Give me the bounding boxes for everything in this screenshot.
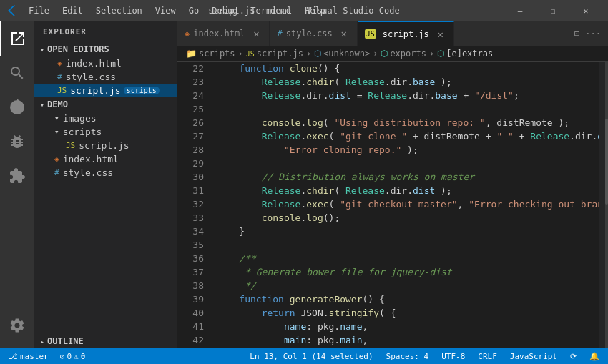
breadcrumb-extras-label: [e]extras	[446, 49, 493, 59]
scrollbar[interactable]	[599, 62, 608, 348]
breadcrumb-sep-1: ›	[238, 49, 243, 59]
code-line: name: pkg.name,	[217, 320, 599, 333]
breadcrumb-unknown[interactable]: ⬡ <unknown>	[314, 49, 370, 59]
demo-script-js-label: script.js	[79, 140, 129, 151]
code-line: "Error cloning repo." );	[217, 143, 599, 157]
js-file-icon: JS	[57, 86, 67, 95]
demo-script-js[interactable]: JS script.js	[34, 139, 177, 152]
folder-bc-icon: 📁	[186, 49, 197, 59]
folder-icon: ▾	[54, 114, 59, 123]
breadcrumb-exports[interactable]: ⬡ exports	[381, 49, 426, 59]
sidebar: EXPLORER ▾ OPEN EDITORS ◈ index.html # s…	[34, 21, 177, 348]
menu-view[interactable]: View	[149, 4, 182, 17]
editor-area: 2223242526272829303132333435363738394041…	[177, 62, 608, 348]
css-file-icon: #	[57, 72, 62, 82]
close-button[interactable]: ✕	[569, 0, 602, 21]
menu-file[interactable]: File	[23, 4, 55, 17]
eol-item[interactable]: CRLF	[475, 352, 500, 361]
open-editor-style-css[interactable]: # style.css	[34, 70, 177, 84]
language-item[interactable]: JavaScript	[507, 352, 560, 361]
window-title: script.js - demo - Visual Studio Code	[208, 6, 399, 16]
git-branch-item[interactable]: ⎇ master	[6, 352, 52, 361]
tab-style-css-label: style.css	[286, 29, 333, 39]
code-line: return JSON.stringify( {	[217, 306, 599, 320]
tab-html-icon: ◈	[185, 29, 190, 39]
code-line: // Distribution always works on master	[217, 170, 599, 184]
code-line	[217, 102, 599, 116]
more-actions-button[interactable]: ···	[584, 27, 602, 40]
position-item[interactable]: Ln 13, Col 1 (14 selected)	[247, 352, 376, 361]
chevron-demo-icon: ▾	[40, 101, 44, 109]
tab-css-close[interactable]: ✕	[338, 28, 350, 39]
breadcrumb-extras[interactable]: ⬡ [e]extras	[437, 49, 493, 59]
breadcrumb-sep-3: ›	[373, 49, 378, 59]
error-count: 0	[67, 352, 72, 361]
js-bc-icon: JS	[246, 50, 255, 58]
app-icon	[6, 5, 17, 16]
git-branch-label: master	[20, 352, 49, 361]
split-editor-button[interactable]: ⊡	[573, 27, 581, 40]
open-editor-script-js[interactable]: JS script.js scripts	[34, 84, 177, 97]
tab-bar: ◈ index.html ✕ # style.css ✕ JS script.j…	[177, 21, 608, 46]
breadcrumb-exports-label: exports	[390, 49, 426, 59]
spaces-item[interactable]: Spaces: 4	[383, 352, 432, 361]
breadcrumb-sep-4: ›	[429, 49, 434, 59]
sidebar-title: EXPLORER	[34, 21, 177, 42]
open-editors-header[interactable]: ▾ OPEN EDITORS	[34, 42, 177, 56]
encoding-item[interactable]: UTF-8	[438, 352, 468, 361]
activity-source-control[interactable]	[0, 90, 34, 124]
code-line: Release.chdir( Release.dir.dist );	[217, 184, 599, 197]
code-line: }	[217, 225, 599, 238]
demo-style-css-label: style.css	[63, 167, 113, 178]
demo-scripts-folder[interactable]: ▾ scripts	[34, 125, 177, 139]
breadcrumb-scripts[interactable]: 📁 scripts	[186, 49, 235, 59]
code-editor[interactable]: function clone() { Release.chdir( Releas…	[210, 62, 599, 348]
menu-selection[interactable]: Selection	[90, 4, 148, 17]
breadcrumb-scriptjs-label: script.js	[257, 49, 303, 59]
menu-edit[interactable]: Edit	[57, 4, 89, 17]
warning-count: 0	[81, 352, 86, 361]
open-editor-index-html[interactable]: ◈ index.html	[34, 56, 177, 70]
code-line: function generateBower() {	[217, 292, 599, 306]
code-line	[217, 157, 599, 170]
demo-index-html-label: index.html	[63, 154, 119, 164]
html-file-icon: ◈	[57, 59, 62, 68]
errors-item[interactable]: ⊘ 0 ⚠ 0	[57, 352, 89, 361]
open-editor-style-css-label: style.css	[66, 72, 116, 82]
breadcrumb-scriptjs[interactable]: JS script.js	[246, 49, 303, 59]
menu-go[interactable]: Go	[183, 4, 205, 17]
css-demo-icon: #	[54, 168, 59, 177]
code-line: Release.exec( "git checkout master", "Er…	[217, 197, 599, 211]
maximize-button[interactable]: ☐	[536, 0, 569, 21]
code-line: Release.chdir( Release.dir.base );	[217, 75, 599, 89]
tab-html-close[interactable]: ✕	[250, 28, 262, 39]
activity-explorer[interactable]	[0, 21, 34, 56]
notification-item[interactable]: 🔔	[587, 352, 602, 361]
tab-js-icon: JS	[365, 29, 376, 39]
scripts-badge: scripts	[124, 87, 160, 94]
tab-index-html[interactable]: ◈ index.html ✕	[177, 21, 270, 46]
extras-bc-icon: ⬡	[437, 49, 444, 59]
exports-bc-icon: ⬡	[381, 49, 388, 59]
breadcrumb: 📁 scripts › JS script.js › ⬡ <unknown> ›…	[177, 46, 608, 62]
demo-style-css[interactable]: # style.css	[34, 166, 177, 179]
open-editor-index-html-label: index.html	[66, 58, 122, 69]
outline-header[interactable]: ▸ OUTLINE	[34, 334, 177, 348]
activity-settings[interactable]	[0, 308, 34, 343]
tab-style-css[interactable]: # style.css ✕	[270, 21, 357, 46]
tab-script-js[interactable]: JS script.js ✕	[358, 21, 454, 46]
status-bar: ⎇ master ⊘ 0 ⚠ 0 Ln 13, Col 1 (14 select…	[0, 348, 608, 364]
code-line: Release.exec( "git clone " + distRemote …	[217, 129, 599, 143]
activity-debug[interactable]	[0, 124, 34, 159]
chevron-icon: ▾	[40, 46, 44, 54]
tab-js-close[interactable]: ✕	[435, 29, 446, 40]
minimize-button[interactable]: —	[504, 0, 536, 21]
chevron-outline-icon: ▸	[40, 338, 44, 345]
demo-images-folder[interactable]: ▾ images	[34, 112, 177, 125]
demo-header[interactable]: ▾ DEMO	[34, 97, 177, 112]
sync-item[interactable]: ⟳	[567, 352, 579, 361]
tab-actions: ⊡ ···	[567, 21, 608, 46]
activity-search[interactable]	[0, 56, 34, 90]
activity-extensions[interactable]	[0, 159, 34, 193]
demo-index-html[interactable]: ◈ index.html	[34, 152, 177, 166]
